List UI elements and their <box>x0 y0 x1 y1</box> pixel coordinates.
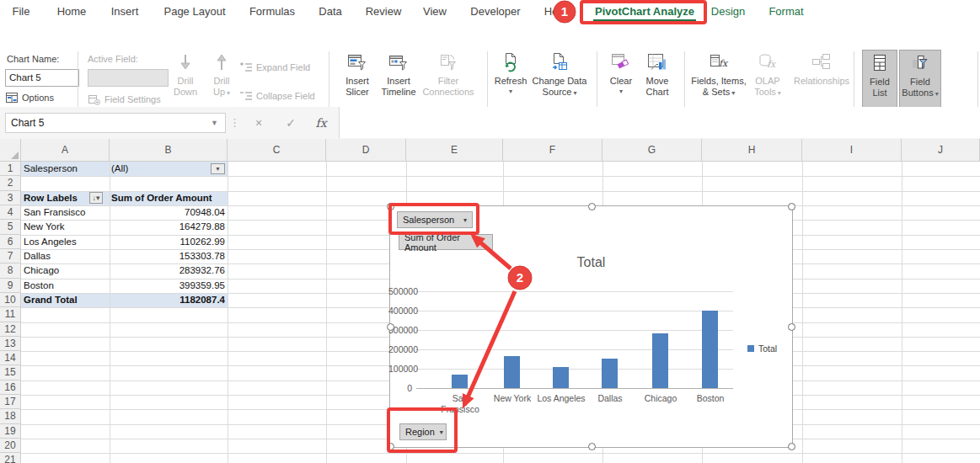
row-header-21[interactable]: 21 <box>0 453 21 463</box>
pivot-grand-total-value[interactable]: 1182087.4 <box>111 293 225 307</box>
row-header-13[interactable]: 13 <box>0 337 21 351</box>
pivot-row-value[interactable]: 70948.04 <box>111 205 225 220</box>
tab-view[interactable]: View <box>423 0 447 24</box>
tab-home[interactable]: Home <box>57 0 87 24</box>
pivot-value-header[interactable]: Sum of Order Amount <box>111 191 225 205</box>
insert-timeline-label: Insert Timeline <box>381 76 415 97</box>
column-header-F[interactable]: F <box>503 139 602 162</box>
row-header-5[interactable]: 5 <box>0 220 21 234</box>
pivot-filter-field-cell[interactable]: Salesperson <box>24 162 108 176</box>
pivot-row-value[interactable]: 153303.78 <box>111 249 225 263</box>
pivot-row-label[interactable]: Chicago <box>24 263 108 278</box>
chart-resize-handle[interactable] <box>788 323 795 331</box>
pivot-row-label[interactable]: Boston <box>24 279 108 293</box>
tab-design[interactable]: Design <box>711 0 745 24</box>
insert-function-button[interactable]: fx <box>308 113 334 133</box>
tab-file[interactable]: File <box>13 0 30 24</box>
formula-bar-grip-icon[interactable]: ⋮ <box>229 113 240 133</box>
chart-resize-handle[interactable] <box>788 203 795 210</box>
chart-resize-handle[interactable] <box>788 443 795 450</box>
bar-los-angeles[interactable] <box>553 367 569 388</box>
chart-legend[interactable]: Total <box>747 343 777 354</box>
tab-help[interactable]: Help <box>544 0 567 24</box>
dropdown-caret-icon: ▾ <box>227 89 230 97</box>
column-header-I[interactable]: I <box>802 139 902 162</box>
pivot-chart[interactable]: Salesperson▾ Sum of Order Amount Total 0… <box>389 205 793 448</box>
pivot-sort-filter-button[interactable]: ↓▾ <box>89 192 103 204</box>
column-header-D[interactable]: D <box>326 139 406 162</box>
column-header-A[interactable]: A <box>21 139 110 162</box>
pivot-row-value[interactable]: 283932.76 <box>111 263 225 278</box>
pivot-row-label[interactable]: Dallas <box>24 249 108 263</box>
tab-format[interactable]: Format <box>768 0 803 24</box>
pivot-row-value[interactable]: 399359.95 <box>111 279 225 293</box>
pivot-row-value[interactable]: 110262.99 <box>111 235 225 249</box>
pivot-row-label[interactable]: New York <box>24 220 108 234</box>
chart-field-button-salesperson[interactable]: Salesperson▾ <box>397 211 473 228</box>
bar-chicago[interactable] <box>652 333 668 388</box>
pivot-filter-value-cell[interactable]: (All) <box>111 162 225 176</box>
chart-field-button-value[interactable]: Sum of Order Amount <box>399 234 493 250</box>
column-header-B[interactable]: B <box>110 139 228 162</box>
row-header-15[interactable]: 15 <box>0 365 21 380</box>
pivot-grand-total-label[interactable]: Grand Total <box>24 293 108 307</box>
enter-button[interactable]: ✓ <box>278 113 303 133</box>
tab-data[interactable]: Data <box>319 0 341 24</box>
row-header-11[interactable]: 11 <box>0 307 21 322</box>
pivot-row-label[interactable]: Los Angeles <box>24 235 108 249</box>
column-header-G[interactable]: G <box>602 139 702 162</box>
row-header-12[interactable]: 12 <box>0 322 21 337</box>
column-header-J[interactable]: J <box>902 139 980 162</box>
clear-icon <box>610 51 632 73</box>
chart-field-button-region[interactable]: Region▾ <box>399 423 447 440</box>
tab-page-layout[interactable]: Page Layout <box>163 0 225 24</box>
options-button[interactable]: Options <box>5 91 54 104</box>
chart-resize-handle[interactable] <box>588 443 596 450</box>
row-header-2[interactable]: 2 <box>0 176 21 190</box>
column-header-C[interactable]: C <box>228 139 326 162</box>
tab-review[interactable]: Review <box>366 0 402 24</box>
bar-boston[interactable] <box>702 311 718 388</box>
pivot-row-value[interactable]: 164279.88 <box>111 220 225 234</box>
bar-new-york[interactable] <box>504 356 520 388</box>
row-header-19[interactable]: 19 <box>0 424 21 439</box>
bar-san-fransisco[interactable] <box>452 375 468 388</box>
name-box-value: Chart 5 <box>11 117 44 129</box>
expand-field-label: Expand Field <box>256 62 310 72</box>
pivot-filter-dropdown-button[interactable]: ▼ <box>211 163 225 174</box>
row-header-14[interactable]: 14 <box>0 351 21 365</box>
row-header-17[interactable]: 17 <box>0 395 21 409</box>
name-box[interactable]: Chart 5▼ <box>5 113 226 133</box>
row-header-16[interactable]: 16 <box>0 381 21 395</box>
bar-dallas[interactable] <box>602 359 618 388</box>
cancel-button[interactable]: × <box>246 113 271 133</box>
chart-resize-handle[interactable] <box>387 443 394 450</box>
change-data-source-icon <box>549 51 570 73</box>
tab-developer[interactable]: Developer <box>470 0 520 24</box>
row-header-10[interactable]: 10 <box>0 293 21 307</box>
row-header-8[interactable]: 8 <box>0 263 21 278</box>
row-header-9[interactable]: 9 <box>0 279 21 293</box>
tab-pivotchart-analyze[interactable]: PivotChart Analyze <box>595 0 694 24</box>
chart-name-input[interactable]: Chart 5 <box>5 69 79 87</box>
chart-resize-handle[interactable] <box>387 323 394 331</box>
dropdown-caret-icon: ▾ <box>935 90 939 98</box>
chart-resize-handle[interactable] <box>387 203 394 210</box>
row-header-6[interactable]: 6 <box>0 235 21 249</box>
row-header-20[interactable]: 20 <box>0 439 21 453</box>
pivot-row-label[interactable]: San Fransisco <box>24 205 108 220</box>
row-header-4[interactable]: 4 <box>0 205 21 220</box>
row-header-3[interactable]: 3 <box>0 191 21 205</box>
tab-insert[interactable]: Insert <box>111 0 139 24</box>
row-header-18[interactable]: 18 <box>0 409 21 423</box>
excel-window: FileHomeInsertPage LayoutFormulasDataRev… <box>0 0 980 463</box>
select-all-corner[interactable] <box>0 139 21 162</box>
column-header-E[interactable]: E <box>406 139 503 162</box>
tab-formulas[interactable]: Formulas <box>249 0 295 24</box>
olap-tools-icon: fx <box>757 51 779 73</box>
column-header-H[interactable]: H <box>702 139 802 162</box>
formula-input[interactable] <box>339 107 980 138</box>
row-header-7[interactable]: 7 <box>0 249 21 263</box>
chart-resize-handle[interactable] <box>588 203 596 210</box>
row-header-1[interactable]: 1 <box>0 162 21 176</box>
